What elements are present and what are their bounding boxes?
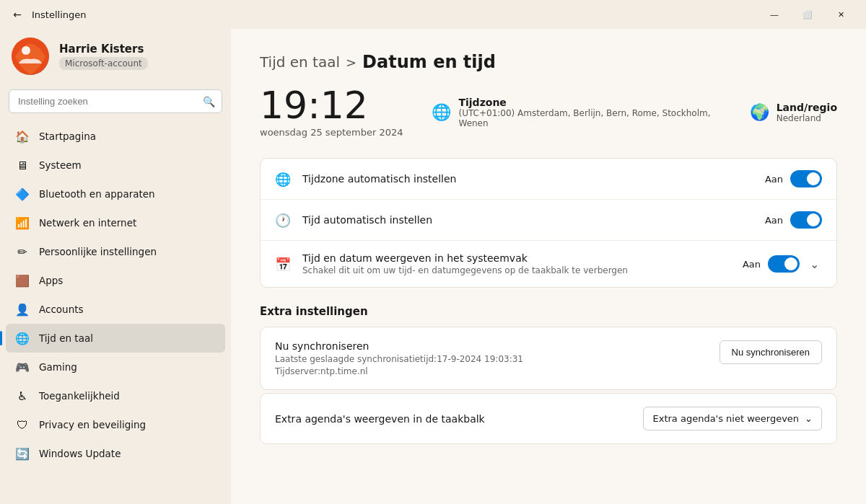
settings-row-auto-time[interactable]: 🕐 Tijd automatisch instellen Aan	[261, 200, 836, 241]
region-icon: 🌍	[750, 103, 769, 121]
sidebar-item-label: Systeem	[39, 159, 82, 171]
gaming-icon: 🎮	[14, 359, 30, 375]
breadcrumb-current: Datum en tijd	[362, 52, 496, 72]
minimize-button[interactable]: —	[758, 3, 791, 26]
sync-last: Laatste geslaagde synchronisatietijd:17-…	[275, 354, 523, 364]
persoonlijk-icon: ✏️	[14, 244, 30, 260]
row-status: Aan	[743, 259, 761, 270]
bluetooth-icon: 🔷	[14, 186, 30, 202]
main-content: Tijd en taal > Datum en tijd 19:12 woens…	[231, 29, 866, 504]
nav-list: 🏠 Startpagina 🖥 Systeem 🔷 Bluetooth en a…	[0, 119, 231, 471]
timezone-icon: 🌐	[432, 103, 451, 121]
date-display: woensdag 25 september 2024	[260, 127, 403, 138]
agenda-select-value: Extra agenda's niet weergeven	[652, 413, 799, 424]
sidebar-item-label: Toegankelijkheid	[39, 390, 120, 402]
sidebar-item-label: Tijd en taal	[39, 332, 93, 344]
back-button[interactable]: ←	[9, 6, 26, 23]
update-icon: 🔄	[14, 446, 30, 461]
breadcrumb-parent[interactable]: Tijd en taal	[260, 53, 340, 71]
toggle-auto-timezone[interactable]	[790, 170, 822, 187]
apps-icon: 🟫	[14, 273, 30, 288]
sidebar-item-apps[interactable]: 🟫 Apps	[6, 266, 225, 295]
region-block[interactable]: 🌍 Land/regio Nederland	[750, 102, 837, 123]
sidebar-item-bluetooth[interactable]: 🔷 Bluetooth en apparaten	[6, 180, 225, 208]
sidebar-item-netwerk[interactable]: 📶 Netwerk en internet	[6, 208, 225, 237]
agenda-card: Extra agenda's weergeven in de taakbalk …	[260, 393, 837, 444]
search-box[interactable]: 🔍	[9, 89, 222, 113]
row-label: Tijdzone automatisch instellen	[302, 173, 753, 185]
window-controls: — ⬜ ✕	[758, 3, 857, 26]
chevron-down-icon: ⌄	[805, 413, 813, 424]
sidebar: Harrie Kisters Microsoft-account 🔍 🏠 Sta…	[0, 29, 231, 504]
tijd-icon: 🌐	[14, 330, 30, 346]
sync-server: Tijdserver:ntp.time.nl	[275, 366, 523, 376]
extra-settings-title: Extra instellingen	[260, 305, 837, 318]
sidebar-item-label: Windows Update	[39, 448, 121, 459]
sidebar-item-label: Persoonlijke instellingen	[39, 246, 157, 257]
accounts-icon: 👤	[14, 301, 30, 317]
row-icon: 📅	[275, 257, 291, 272]
sidebar-item-systeem[interactable]: 🖥 Systeem	[6, 151, 225, 180]
sidebar-item-tijd[interactable]: 🌐 Tijd en taal	[6, 324, 225, 353]
systeem-icon: 🖥	[14, 157, 30, 173]
settings-row-show-time-tray[interactable]: 📅 Tijd en datum weergeven in het systeem…	[261, 241, 836, 287]
time-region: 19:12 woensdag 25 september 2024 🌐 Tijdz…	[260, 87, 837, 138]
sidebar-item-persoonlijk[interactable]: ✏️ Persoonlijke instellingen	[6, 237, 225, 266]
timezone-label: Tijdzone	[458, 97, 720, 108]
sidebar-item-label: Accounts	[39, 304, 84, 315]
row-status: Aan	[765, 174, 783, 185]
toggle-show-time-tray[interactable]	[768, 255, 800, 273]
user-profile[interactable]: Harrie Kisters Microsoft-account	[0, 29, 231, 87]
sync-card: Nu synchroniseren Laatste geslaagde sync…	[260, 327, 837, 390]
toegankelijkheid-icon: ♿	[14, 388, 30, 404]
timezone-value: (UTC+01:00) Amsterdam, Berlijn, Bern, Ro…	[458, 108, 720, 128]
sidebar-item-gaming[interactable]: 🎮 Gaming	[6, 353, 225, 381]
main-settings-card: 🌐 Tijdzone automatisch instellen Aan 🕐 T…	[260, 158, 837, 288]
user-account-type: Microsoft-account	[59, 57, 148, 70]
startpagina-icon: 🏠	[14, 128, 30, 144]
row-label: Tijd automatisch instellen	[302, 214, 753, 226]
agenda-label: Extra agenda's weergeven in de taakbalk	[275, 413, 485, 425]
region-label: Land/regio	[777, 102, 837, 113]
sidebar-item-label: Bluetooth en apparaten	[39, 188, 155, 200]
close-button[interactable]: ✕	[824, 3, 857, 26]
svg-point-1	[22, 46, 30, 55]
maximize-button[interactable]: ⬜	[791, 3, 824, 26]
toggle-auto-time[interactable]	[790, 211, 822, 229]
netwerk-icon: 📶	[14, 215, 30, 231]
avatar	[12, 37, 49, 75]
breadcrumb-separator: >	[346, 55, 357, 70]
sync-now-button[interactable]: Nu synchroniseren	[720, 340, 822, 364]
agenda-select[interactable]: Extra agenda's niet weergeven ⌄	[643, 407, 822, 430]
app-title: Instellingen	[32, 9, 752, 20]
sidebar-item-accounts[interactable]: 👤 Accounts	[6, 295, 225, 324]
row-label: Tijd en datum weergeven in het systeemva…	[302, 252, 731, 264]
breadcrumb: Tijd en taal > Datum en tijd	[260, 52, 837, 72]
user-name: Harrie Kisters	[59, 43, 148, 56]
privacy-icon: 🛡	[14, 417, 30, 433]
search-icon: 🔍	[203, 96, 215, 107]
row-sub: Schakel dit uit om uw tijd- en datumgege…	[302, 265, 731, 275]
row-icon: 🕐	[275, 213, 291, 228]
row-icon: 🌐	[275, 172, 291, 187]
app-container: Harrie Kisters Microsoft-account 🔍 🏠 Sta…	[0, 29, 866, 504]
sync-title: Nu synchroniseren	[275, 340, 523, 352]
sidebar-item-label: Startpagina	[39, 131, 96, 142]
expand-button[interactable]: ⌄	[807, 256, 822, 273]
sidebar-item-update[interactable]: 🔄 Windows Update	[6, 439, 225, 468]
region-value: Nederland	[777, 113, 837, 123]
search-input[interactable]	[9, 89, 222, 113]
titlebar: ← Instellingen — ⬜ ✕	[0, 0, 866, 29]
time-display: 19:12	[260, 87, 403, 124]
sidebar-item-label: Gaming	[39, 361, 77, 373]
row-status: Aan	[765, 215, 783, 226]
settings-row-auto-timezone[interactable]: 🌐 Tijdzone automatisch instellen Aan	[261, 159, 836, 200]
sidebar-item-label: Apps	[39, 275, 63, 286]
sidebar-item-label: Netwerk en internet	[39, 217, 136, 229]
sidebar-item-label: Privacy en beveiliging	[39, 419, 146, 430]
sidebar-item-startpagina[interactable]: 🏠 Startpagina	[6, 122, 225, 151]
sidebar-item-privacy[interactable]: 🛡 Privacy en beveiliging	[6, 410, 225, 439]
timezone-block[interactable]: 🌐 Tijdzone (UTC+01:00) Amsterdam, Berlij…	[432, 97, 720, 128]
sidebar-item-toegankelijkheid[interactable]: ♿ Toegankelijkheid	[6, 381, 225, 410]
